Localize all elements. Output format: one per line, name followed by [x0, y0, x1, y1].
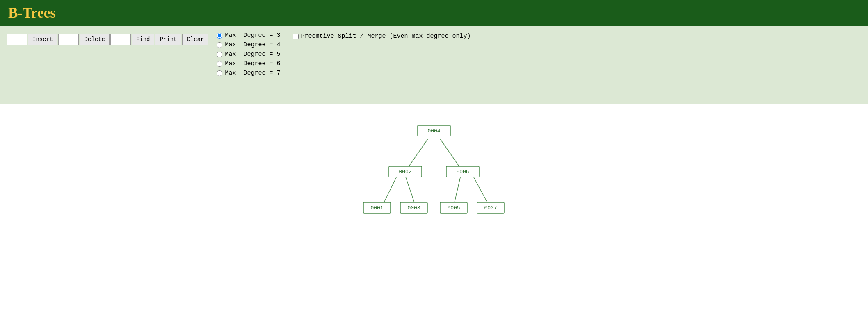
- degree-option-5: Max. Degree = 5: [217, 51, 280, 58]
- insert-button[interactable]: Insert: [28, 34, 57, 45]
- degree-radio-7[interactable]: [217, 70, 222, 76]
- tree-svg: 0004 0002 0006 0001 0003 0005 0007: [352, 116, 516, 239]
- tree-canvas: 0004 0002 0006 0001 0003 0005 0007: [0, 104, 868, 293]
- degree-option-7: Max. Degree = 7: [217, 70, 280, 77]
- node-leaf1-text: 0001: [370, 205, 383, 211]
- app-title: B-Trees: [8, 5, 860, 21]
- degree-radio-6[interactable]: [217, 61, 222, 67]
- line-right-leaf4: [473, 176, 487, 202]
- line-root-left: [409, 139, 428, 166]
- line-left-leaf1: [384, 176, 397, 202]
- insert-input[interactable]: [7, 34, 27, 45]
- line-right-leaf3: [455, 176, 461, 202]
- find-input[interactable]: [110, 34, 131, 45]
- preemptive-label: Preemtive Split / Merge (Even max degree…: [301, 33, 471, 40]
- degree-label-4: Max. Degree = 4: [225, 41, 280, 48]
- degree-label-6: Max. Degree = 6: [225, 60, 280, 67]
- find-button[interactable]: Find: [132, 34, 155, 45]
- degree-option-3: Max. Degree = 3: [217, 32, 280, 39]
- clear-button[interactable]: Clear: [182, 34, 208, 45]
- preemptive-checkbox[interactable]: [293, 34, 299, 39]
- print-button[interactable]: Print: [155, 34, 181, 45]
- line-root-right: [440, 139, 459, 166]
- degree-label-5: Max. Degree = 5: [225, 51, 280, 58]
- delete-button[interactable]: Delete: [80, 34, 109, 45]
- controls-left: Insert Delete Find Print Clear: [7, 34, 208, 45]
- degree-radio-4[interactable]: [217, 42, 222, 48]
- delete-input[interactable]: [58, 34, 79, 45]
- preemptive-section: Preemtive Split / Merge (Even max degree…: [293, 33, 471, 40]
- degree-option-6: Max. Degree = 6: [217, 60, 280, 67]
- degree-label-7: Max. Degree = 7: [225, 70, 280, 77]
- degree-radio-5[interactable]: [217, 52, 222, 57]
- degree-option-4: Max. Degree = 4: [217, 41, 280, 48]
- degree-radio-3[interactable]: [217, 33, 222, 39]
- degree-label-3: Max. Degree = 3: [225, 32, 280, 39]
- node-leaf4-text: 0007: [484, 205, 497, 211]
- node-right-text: 0006: [456, 169, 469, 175]
- degree-options: Max. Degree = 3 Max. Degree = 4 Max. Deg…: [217, 32, 280, 77]
- node-left-text: 0002: [399, 169, 411, 175]
- line-left-leaf2: [405, 176, 414, 202]
- toolbar: Insert Delete Find Print Clear Max. Degr…: [0, 26, 868, 104]
- node-leaf3-text: 0005: [447, 205, 460, 211]
- node-root-text: 0004: [427, 128, 440, 134]
- app-header: B-Trees: [0, 0, 868, 26]
- node-leaf2-text: 0003: [407, 205, 420, 211]
